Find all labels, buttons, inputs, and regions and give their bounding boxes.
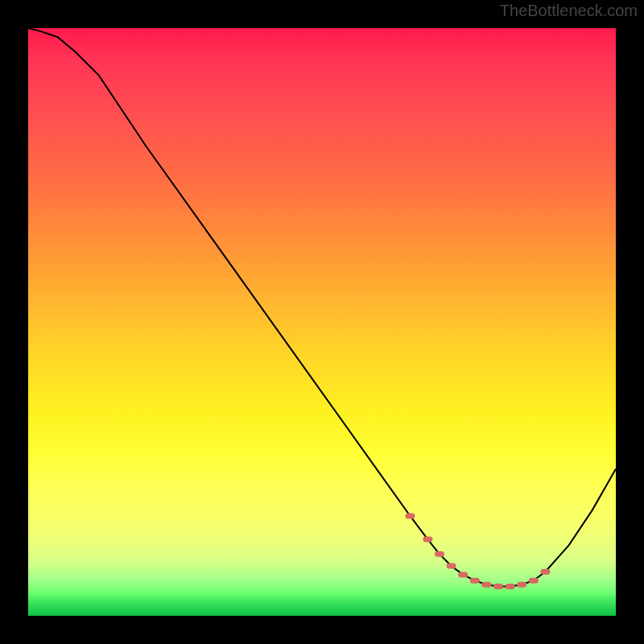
highlight-dot	[540, 569, 550, 575]
highlight-dot	[529, 578, 539, 584]
main-curve	[28, 28, 616, 587]
highlight-dot	[406, 513, 415, 518]
highlight-dots-group	[406, 513, 551, 589]
highlight-dot	[458, 572, 468, 577]
highlight-dot	[506, 584, 515, 589]
highlight-dot	[517, 582, 526, 588]
chart-plot-area	[28, 28, 616, 616]
highlight-dot	[470, 578, 480, 584]
chart-svg	[28, 28, 616, 616]
highlight-dot	[493, 584, 503, 589]
highlight-dot	[447, 563, 456, 568]
watermark-text: TheBottleneck.com	[500, 2, 638, 20]
highlight-dot	[435, 551, 444, 557]
highlight-dot	[423, 537, 432, 543]
highlight-dot	[481, 582, 491, 588]
